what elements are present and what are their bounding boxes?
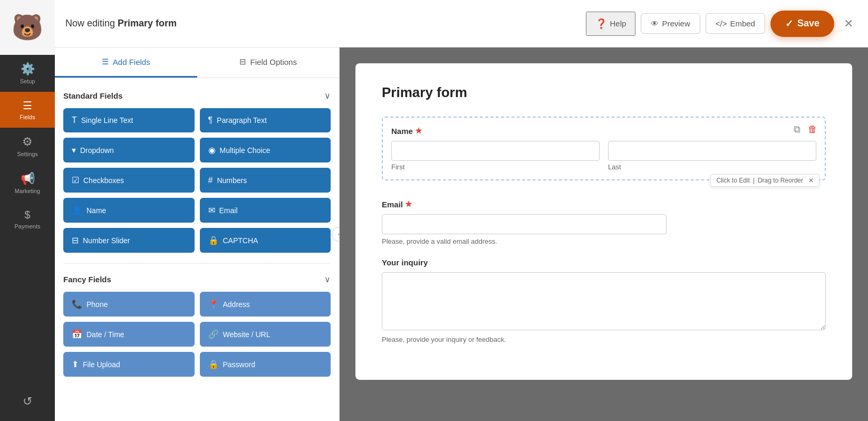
fancy-fields-header: Fancy Fields ∨ [63,274,331,284]
sidebar-bottom: ↺ [0,387,55,421]
field-btn-name[interactable]: 👤 Name [63,198,195,223]
sidebar-item-label-settings: Settings [17,151,38,157]
email-help-text: Please, provide a valid email address. [382,237,826,245]
paragraph-text-icon: ¶ [208,116,213,125]
multiple-choice-icon: ◉ [208,145,216,155]
checkboxes-label: Checkboxes [83,176,124,185]
password-label: Password [223,360,255,369]
drag-to-reorder-text: Drag to Reorder [758,177,803,184]
delete-button[interactable]: 🗑 [806,123,819,136]
top-header: Now editing Primary form ❓ Help 👁 Previe… [55,0,868,47]
email-field-group[interactable]: Email ★ Please, provide a valid email ad… [382,199,826,245]
last-name-input[interactable] [608,141,816,161]
name-field-label: Name ★ [391,126,816,136]
close-hint-btn[interactable]: ✕ [808,177,814,184]
field-btn-email[interactable]: ✉ Email [200,198,331,223]
last-name-wrapper: Last [608,141,816,171]
first-name-input[interactable] [391,141,600,161]
left-panel: ☰ Add Fields ⊟ Field Options Standard Fi… [55,47,340,421]
field-btn-dropdown[interactable]: ▾ Dropdown [63,138,195,162]
file-upload-icon: ⬆ [72,359,79,369]
sidebar-item-payments[interactable]: $ Payments [0,202,55,237]
multiple-choice-label: Multiple Choice [220,146,271,155]
sidebar-item-history[interactable]: ↺ [0,387,55,416]
field-btn-numbers[interactable]: # Numbers [200,168,331,193]
inquiry-textarea[interactable] [382,272,826,330]
field-btn-date-time[interactable]: 📅 Date / Time [63,322,195,347]
email-required-star: ★ [405,199,412,209]
form-title: Primary form [382,84,826,101]
first-sublabel: First [391,163,600,171]
website-url-label: Website / URL [223,330,271,339]
dropdown-label: Dropdown [80,146,114,155]
main-content: Now editing Primary form ❓ Help 👁 Previe… [55,0,868,421]
save-button[interactable]: ✓ Save [770,11,834,37]
sidebar-item-label-fields: Fields [20,114,35,120]
sidebar-item-fields[interactable]: ☰ Fields [0,92,55,128]
sidebar-nav: 🐻 ⚙️ Setup ☰ Fields ⚙ Settings 📢 Marketi… [0,0,55,421]
marketing-icon: 📢 [21,172,35,186]
check-icon: ✓ [785,18,793,30]
logo-bear-icon: 🐻 [12,13,43,42]
code-icon: </> [716,19,727,28]
sidebar-item-marketing[interactable]: 📢 Marketing [0,165,55,202]
checkboxes-icon: ☑ [72,175,79,185]
header-title: Now editing Primary form [65,18,586,29]
captcha-icon: 🔒 [208,235,219,245]
lower-section: ☰ Add Fields ⊟ Field Options Standard Fi… [55,47,868,421]
field-btn-website-url[interactable]: 🔗 Website / URL [200,322,331,347]
panel-tabs: ☰ Add Fields ⊟ Field Options [55,47,339,78]
field-btn-checkboxes[interactable]: ☑ Checkboxes [63,168,195,193]
tab-field-options[interactable]: ⊟ Field Options [197,47,340,78]
field-btn-number-slider[interactable]: ⊟ Number Slider [63,228,195,253]
fancy-fields-title: Fancy Fields [63,275,111,284]
single-line-text-label: Single Line Text [81,116,133,125]
duplicate-button[interactable]: ⧉ [792,123,803,136]
fields-icon: ☰ [23,99,32,112]
field-btn-address[interactable]: 📍 Address [200,292,331,317]
preview-button[interactable]: 👁 Preview [641,13,700,34]
sidebar-item-setup[interactable]: ⚙️ Setup [0,55,55,92]
fancy-fields-chevron[interactable]: ∨ [324,274,331,284]
inquiry-field-group[interactable]: Your inquiry Please, provide your inquir… [382,258,826,343]
name-icon: 👤 [72,205,82,215]
email-input[interactable] [382,214,667,234]
fancy-fields-grid: 📞 Phone 📍 Address 📅 Date / Time 🔗 Websit… [63,292,331,377]
form-name-bold: Primary form [118,18,177,28]
eye-icon: 👁 [651,19,659,28]
close-button[interactable]: ✕ [840,13,857,35]
single-line-text-icon: T [72,116,77,125]
paragraph-text-label: Paragraph Text [217,116,267,125]
field-btn-phone[interactable]: 📞 Phone [63,292,195,317]
file-upload-label: File Upload [83,360,120,369]
field-btn-password[interactable]: 🔒 Password [200,352,331,377]
help-label: Help [610,19,626,28]
header-actions: ❓ Help 👁 Preview </> Embed ✓ Save ✕ [586,11,857,37]
sidebar-logo: 🐻 [0,0,55,55]
number-slider-icon: ⊟ [72,235,79,245]
inquiry-field-label: Your inquiry [382,258,826,267]
field-btn-captcha[interactable]: 🔒 CAPTCHA [200,228,331,253]
sidebar-item-label-marketing: Marketing [15,188,40,194]
name-field-group[interactable]: Name ★ First Last ⧉ [382,117,826,180]
field-btn-file-upload[interactable]: ⬆ File Upload [63,352,195,377]
preview-label: Preview [662,19,690,28]
field-btn-paragraph-text[interactable]: ¶ Paragraph Text [200,108,331,132]
numbers-icon: # [208,176,213,185]
standard-fields-chevron[interactable]: ∨ [324,91,331,101]
tab-field-options-label: Field Options [250,58,297,66]
tab-add-fields[interactable]: ☰ Add Fields [55,47,197,78]
name-inputs: First Last [391,141,816,171]
numbers-label: Numbers [217,176,247,185]
address-icon: 📍 [208,299,219,309]
last-sublabel: Last [608,163,816,171]
embed-button[interactable]: </> Embed [706,13,765,34]
editing-prefix: Now editing [65,18,118,28]
field-btn-single-line-text[interactable]: T Single Line Text [63,108,195,132]
field-btn-multiple-choice[interactable]: ◉ Multiple Choice [200,138,331,162]
save-label: Save [797,18,819,29]
captcha-label: CAPTCHA [223,236,258,245]
setup-icon: ⚙️ [21,62,35,76]
help-button[interactable]: ❓ Help [586,12,636,36]
sidebar-item-settings[interactable]: ⚙ Settings [0,128,55,165]
